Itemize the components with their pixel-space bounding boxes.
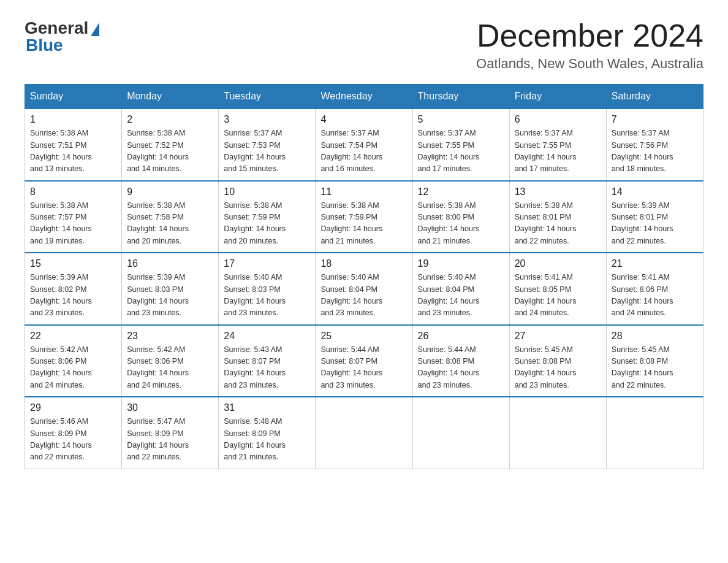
logo-blue-text: Blue: [26, 36, 63, 55]
day-number: 2: [127, 114, 213, 125]
week-row-4: 22Sunrise: 5:42 AMSunset: 8:06 PMDayligh…: [25, 325, 703, 397]
day-number: 27: [515, 331, 601, 342]
day-number: 15: [30, 258, 116, 269]
day-cell: 31Sunrise: 5:48 AMSunset: 8:09 PMDayligh…: [219, 397, 316, 469]
day-cell: 28Sunrise: 5:45 AMSunset: 8:08 PMDayligh…: [606, 325, 703, 397]
day-number: 9: [127, 186, 213, 197]
day-number: 16: [127, 258, 213, 269]
day-cell: 16Sunrise: 5:39 AMSunset: 8:03 PMDayligh…: [122, 253, 219, 325]
day-number: 23: [127, 331, 213, 342]
day-cell: 17Sunrise: 5:40 AMSunset: 8:03 PMDayligh…: [219, 253, 316, 325]
day-info: Sunrise: 5:39 AMSunset: 8:02 PMDaylight:…: [30, 272, 116, 320]
logo: General Blue: [25, 18, 99, 55]
day-info: Sunrise: 5:38 AMSunset: 8:01 PMDaylight:…: [515, 200, 601, 248]
day-cell: 3Sunrise: 5:37 AMSunset: 7:53 PMDaylight…: [219, 109, 316, 181]
header-sunday: Sunday: [25, 85, 122, 109]
day-cell: 21Sunrise: 5:41 AMSunset: 8:06 PMDayligh…: [606, 253, 703, 325]
calendar-table: SundayMondayTuesdayWednesdayThursdayFrid…: [25, 84, 703, 469]
location-subtitle: Oatlands, New South Wales, Australia: [476, 56, 703, 72]
day-number: 17: [224, 258, 310, 269]
week-row-3: 15Sunrise: 5:39 AMSunset: 8:02 PMDayligh…: [25, 253, 703, 325]
day-info: Sunrise: 5:38 AMSunset: 7:59 PMDaylight:…: [224, 200, 310, 248]
day-number: 25: [320, 331, 407, 342]
day-info: Sunrise: 5:37 AMSunset: 7:53 PMDaylight:…: [224, 128, 310, 175]
day-cell: 1Sunrise: 5:38 AMSunset: 7:51 PMDaylight…: [25, 109, 122, 181]
day-number: 19: [418, 258, 504, 269]
header-thursday: Thursday: [412, 85, 509, 109]
title-area: December 2024 Oatlands, New South Wales,…: [476, 18, 703, 72]
day-info: Sunrise: 5:37 AMSunset: 7:55 PMDaylight:…: [515, 128, 601, 175]
header-monday: Monday: [122, 85, 219, 109]
day-info: Sunrise: 5:40 AMSunset: 8:04 PMDaylight:…: [418, 272, 504, 320]
day-cell: 19Sunrise: 5:40 AMSunset: 8:04 PMDayligh…: [412, 253, 509, 325]
header-wednesday: Wednesday: [316, 85, 412, 109]
month-year-title: December 2024: [476, 18, 703, 53]
day-number: 24: [224, 331, 310, 342]
calendar-header-row: SundayMondayTuesdayWednesdayThursdayFrid…: [25, 85, 703, 109]
day-info: Sunrise: 5:38 AMSunset: 7:57 PMDaylight:…: [30, 200, 116, 248]
day-info: Sunrise: 5:40 AMSunset: 8:04 PMDaylight:…: [320, 272, 407, 320]
day-info: Sunrise: 5:44 AMSunset: 8:07 PMDaylight:…: [320, 344, 407, 392]
day-info: Sunrise: 5:48 AMSunset: 8:09 PMDaylight:…: [224, 416, 310, 464]
day-cell: 6Sunrise: 5:37 AMSunset: 7:55 PMDaylight…: [509, 109, 606, 181]
day-cell: 27Sunrise: 5:45 AMSunset: 8:08 PMDayligh…: [509, 325, 606, 397]
day-info: Sunrise: 5:37 AMSunset: 7:55 PMDaylight:…: [418, 128, 504, 175]
day-number: 26: [418, 331, 504, 342]
day-cell: 4Sunrise: 5:37 AMSunset: 7:54 PMDaylight…: [316, 109, 412, 181]
day-number: 11: [320, 186, 407, 197]
day-number: 3: [224, 114, 310, 125]
day-cell: [412, 397, 509, 469]
day-number: 28: [612, 331, 698, 342]
day-info: Sunrise: 5:41 AMSunset: 8:05 PMDaylight:…: [515, 272, 601, 320]
day-number: 30: [127, 402, 213, 413]
day-cell: 12Sunrise: 5:38 AMSunset: 8:00 PMDayligh…: [412, 181, 509, 253]
day-cell: 7Sunrise: 5:37 AMSunset: 7:56 PMDaylight…: [606, 109, 703, 181]
day-cell: 18Sunrise: 5:40 AMSunset: 8:04 PMDayligh…: [316, 253, 412, 325]
day-number: 4: [320, 114, 407, 125]
day-info: Sunrise: 5:47 AMSunset: 8:09 PMDaylight:…: [127, 416, 213, 464]
day-cell: 8Sunrise: 5:38 AMSunset: 7:57 PMDaylight…: [25, 181, 122, 253]
day-cell: 26Sunrise: 5:44 AMSunset: 8:08 PMDayligh…: [412, 325, 509, 397]
day-number: 13: [515, 186, 601, 197]
day-info: Sunrise: 5:38 AMSunset: 7:52 PMDaylight:…: [127, 128, 213, 175]
day-number: 6: [515, 114, 601, 125]
day-number: 7: [612, 114, 698, 125]
day-cell: 25Sunrise: 5:44 AMSunset: 8:07 PMDayligh…: [316, 325, 412, 397]
day-cell: 14Sunrise: 5:39 AMSunset: 8:01 PMDayligh…: [606, 181, 703, 253]
day-info: Sunrise: 5:37 AMSunset: 7:54 PMDaylight:…: [320, 128, 407, 175]
day-info: Sunrise: 5:37 AMSunset: 7:56 PMDaylight:…: [612, 128, 698, 175]
day-info: Sunrise: 5:46 AMSunset: 8:09 PMDaylight:…: [30, 416, 116, 464]
day-info: Sunrise: 5:38 AMSunset: 8:00 PMDaylight:…: [418, 200, 504, 248]
day-number: 31: [224, 402, 310, 413]
day-cell: 5Sunrise: 5:37 AMSunset: 7:55 PMDaylight…: [412, 109, 509, 181]
day-info: Sunrise: 5:44 AMSunset: 8:08 PMDaylight:…: [418, 344, 504, 392]
header-friday: Friday: [509, 85, 606, 109]
day-cell: 11Sunrise: 5:38 AMSunset: 7:59 PMDayligh…: [316, 181, 412, 253]
day-number: 18: [320, 258, 407, 269]
day-info: Sunrise: 5:45 AMSunset: 8:08 PMDaylight:…: [612, 344, 698, 392]
week-row-2: 8Sunrise: 5:38 AMSunset: 7:57 PMDaylight…: [25, 181, 703, 253]
day-cell: 9Sunrise: 5:38 AMSunset: 7:58 PMDaylight…: [122, 181, 219, 253]
day-info: Sunrise: 5:42 AMSunset: 8:06 PMDaylight:…: [127, 344, 213, 392]
day-info: Sunrise: 5:42 AMSunset: 8:06 PMDaylight:…: [30, 344, 116, 392]
day-info: Sunrise: 5:40 AMSunset: 8:03 PMDaylight:…: [224, 272, 310, 320]
day-number: 29: [30, 402, 116, 413]
day-cell: 24Sunrise: 5:43 AMSunset: 8:07 PMDayligh…: [219, 325, 316, 397]
day-number: 20: [515, 258, 601, 269]
day-cell: 30Sunrise: 5:47 AMSunset: 8:09 PMDayligh…: [122, 397, 219, 469]
day-cell: [316, 397, 412, 469]
day-cell: 13Sunrise: 5:38 AMSunset: 8:01 PMDayligh…: [509, 181, 606, 253]
day-info: Sunrise: 5:39 AMSunset: 8:03 PMDaylight:…: [127, 272, 213, 320]
header: General Blue December 2024 Oatlands, New…: [25, 18, 703, 72]
day-cell: 20Sunrise: 5:41 AMSunset: 8:05 PMDayligh…: [509, 253, 606, 325]
day-cell: 2Sunrise: 5:38 AMSunset: 7:52 PMDaylight…: [122, 109, 219, 181]
logo-triangle-icon: [91, 23, 99, 36]
day-number: 21: [612, 258, 698, 269]
day-cell: 22Sunrise: 5:42 AMSunset: 8:06 PMDayligh…: [25, 325, 122, 397]
header-tuesday: Tuesday: [219, 85, 316, 109]
day-number: 12: [418, 186, 504, 197]
day-info: Sunrise: 5:38 AMSunset: 7:59 PMDaylight:…: [320, 200, 407, 248]
day-cell: 23Sunrise: 5:42 AMSunset: 8:06 PMDayligh…: [122, 325, 219, 397]
day-number: 10: [224, 186, 310, 197]
day-number: 8: [30, 186, 116, 197]
